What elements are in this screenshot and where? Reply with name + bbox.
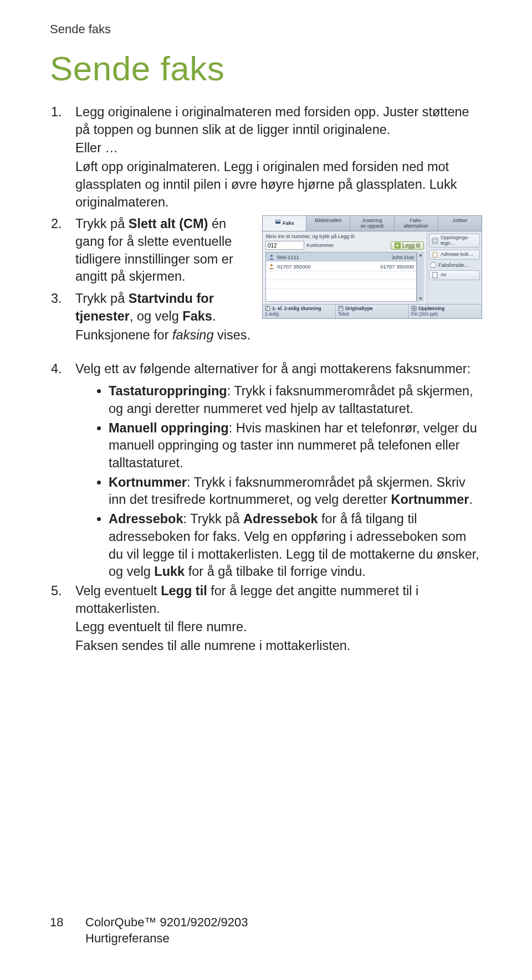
fax-icon [275, 218, 282, 225]
running-head: Sende faks [50, 22, 482, 37]
faks-bottom-bar: 1- el. 2-sidig skanning 1-sidig Original… [263, 304, 482, 318]
setting-originaltype[interactable]: Originaltype Tekst [336, 305, 409, 318]
footer: 18ColorQube™ 9201/9202/9203 Hurtigrefera… [50, 914, 248, 947]
svg-point-7 [433, 241, 434, 243]
svg-point-5 [433, 239, 434, 240]
step-1-line-2: Eller … [75, 140, 482, 157]
kortnummer-label[interactable]: Kortnummer [306, 243, 334, 248]
radio-label: Faksforside… [438, 262, 469, 268]
tab-label: alternativer [403, 223, 428, 229]
av-button[interactable]: Av [429, 270, 480, 280]
adressebok-button[interactable]: Adresse-bok… [429, 250, 480, 260]
step-number: 1. [50, 104, 75, 212]
step-3-line-1: Trykk på Startvindu for tjenester, og ve… [75, 290, 257, 325]
text-run: for å gå tilbake til forrige vindu. [185, 564, 366, 579]
setting-label: 1- el. 2-sidig skanning [272, 306, 321, 311]
step-2-text: Trykk på Slett alt (CM) én gang for å sl… [75, 215, 257, 286]
button-label: Adresse-bok… [441, 252, 474, 257]
step-4-bullets: Tastaturoppringing: Trykk i faksnummerom… [74, 383, 482, 581]
footer-line-1: ColorQube™ 9201/9202/9203 [85, 915, 248, 929]
setting-opplosning[interactable]: Oppløsning Fin (200 ppt) [409, 305, 482, 318]
text-bold: Slett alt (CM) [129, 216, 208, 231]
text-bold: Adressebok [109, 512, 183, 526]
faks-ui-screenshot: Faks Bildekvalitet Justering av oppsett … [262, 215, 482, 319]
button-label: Oppringings-tegn… [441, 235, 477, 246]
plus-icon: + [395, 243, 401, 249]
tab-justering[interactable]: Justering av oppsett [350, 216, 394, 231]
bullet-adressebok: Adressebok: Trykk på Adressebok for å få… [109, 510, 482, 581]
text-run: . [212, 309, 216, 323]
text-bold: Manuell oppringing [109, 421, 229, 435]
step-4: 4. Velg ett av følgende alternativer for… [50, 360, 482, 379]
person-icon [268, 254, 275, 260]
grid-icon [411, 306, 417, 311]
text-bold: Lukk [154, 564, 185, 579]
step-5-line-3: Faksen sendes til alle numrene i mottake… [75, 637, 482, 655]
svg-rect-11 [433, 272, 437, 278]
faksforside-radio[interactable]: Faksforside… [430, 262, 480, 268]
list-cell: 01707 350000 [380, 264, 414, 270]
setting-label: Oppløsning [418, 306, 444, 311]
svg-rect-10 [433, 252, 437, 257]
list-row[interactable]: 569-1111 John Doe [266, 252, 416, 262]
svg-point-2 [270, 255, 273, 257]
pages-icon [265, 306, 270, 311]
step-3-line-2: Funksjonene for faksing vises. [75, 327, 257, 344]
scroll-down-icon[interactable]: ▼ [418, 296, 423, 302]
svg-rect-13 [267, 307, 270, 311]
step-5-line-2: Legg eventuelt til flere numre. [75, 618, 482, 636]
text-bold: Legg til [161, 584, 207, 598]
step-number: 3. [50, 290, 75, 345]
step-1-line-1: Legg originalene i originalmateren med f… [75, 104, 482, 138]
tab-label: av oppsett [361, 223, 384, 229]
bullet-kortnummer: Kortnummer: Trykk i faksnummerområdet på… [109, 474, 482, 509]
radio-icon [430, 262, 436, 268]
bullet-tastaturoppringing: Tastaturoppringing: Trykk i faksnummerom… [109, 383, 482, 417]
svg-rect-1 [276, 220, 280, 221]
step-1-line-3: Løft opp originalmateren. Legg i origina… [75, 158, 482, 211]
book-icon [432, 251, 438, 258]
step-1: 1. Legg originalene i originalmateren me… [50, 104, 482, 212]
list-scrollbar[interactable]: ▲ ▼ [417, 252, 424, 302]
tab-jobber[interactable]: Jobber [438, 216, 482, 231]
text-run: Trykk på [75, 291, 129, 306]
tab-label: Faks [283, 220, 294, 226]
step-number: 2. [50, 215, 75, 287]
scroll-up-icon[interactable]: ▲ [418, 252, 423, 258]
step-4-lead: Velg ett av følgende alternativer for å … [75, 360, 482, 378]
tab-bildekvalitet[interactable]: Bildekvalitet [306, 216, 350, 231]
tab-faksalternativer[interactable]: Faks- alternativer [395, 216, 438, 231]
text-run: Trykk på [75, 216, 129, 231]
text-run: vises. [214, 328, 251, 342]
list-row[interactable]: 01707 350000 01707 350000 [266, 262, 416, 271]
faks-hint: Skriv inn et nummer, og trykk på Legg ti… [265, 234, 424, 239]
text-run: , og velg [130, 309, 182, 323]
setting-label: Originaltype [345, 306, 373, 311]
text-bold: Kortnummer [109, 475, 187, 489]
svg-rect-4 [432, 238, 438, 244]
svg-point-3 [270, 264, 273, 266]
text-bold: Adressebok [243, 512, 318, 526]
oppringingstegn-button[interactable]: Oppringings-tegn… [429, 234, 480, 247]
list-row [266, 271, 416, 280]
text-italic: faksing [172, 328, 213, 342]
page-number: 18 [50, 914, 85, 931]
tab-faks[interactable]: Faks [263, 216, 306, 231]
svg-point-8 [436, 241, 437, 243]
legg-til-button[interactable]: + Legg til [391, 241, 424, 250]
setting-value: Tekst [338, 312, 406, 317]
list-cell: 01707 350000 [277, 264, 311, 270]
setting-value: 1-sidig [265, 312, 333, 317]
faks-tabs: Faks Bildekvalitet Justering av oppsett … [263, 216, 482, 231]
faks-number-input[interactable] [265, 241, 304, 250]
recipient-list[interactable]: 569-1111 John Doe 01707 350000 0170 [265, 252, 417, 302]
button-label: Av [441, 272, 446, 277]
doc-icon [338, 306, 344, 311]
svg-point-6 [436, 239, 437, 240]
text-bold: Kortnummer [391, 492, 469, 507]
step-3: 3. Trykk på Startvindu for tjenester, og… [50, 290, 257, 345]
step-number: 4. [50, 360, 75, 379]
person-icon [268, 263, 275, 270]
page-icon [432, 272, 438, 278]
setting-sidig[interactable]: 1- el. 2-sidig skanning 1-sidig [263, 305, 336, 318]
